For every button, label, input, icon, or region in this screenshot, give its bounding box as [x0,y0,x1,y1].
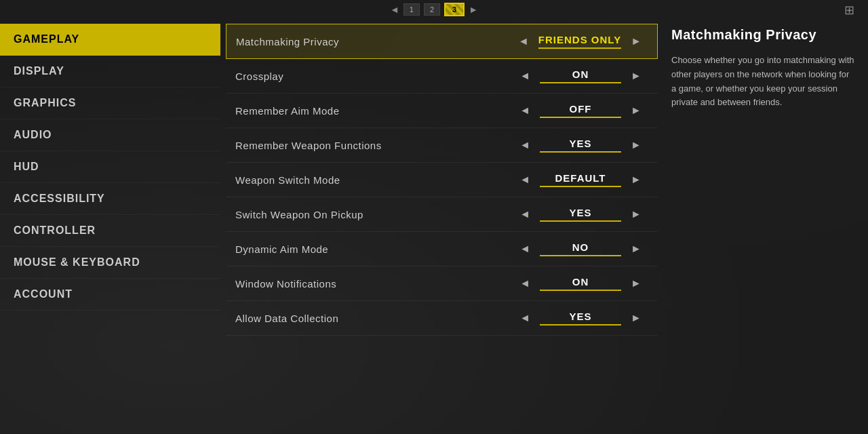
setting-row-crossplay[interactable]: Crossplay ◄ ON ► [226,59,658,94]
value-container-data-collection: YES [540,311,621,326]
layout-icon: ⊞ [844,3,854,18]
setting-row-allow-data-collection[interactable]: Allow Data Collection ◄ YES ► [226,301,658,336]
setting-label-weapon-switch-mode: Weapon Switch Mode [235,174,513,186]
setting-control-allow-data-collection: ◄ YES ► [513,309,648,327]
next-value-btn-aim-mode[interactable]: ► [625,102,647,119]
sidebar-item-hud[interactable]: HUD [0,151,220,183]
setting-row-remember-weapon-functions[interactable]: Remember Weapon Functions ◄ YES ► [226,128,658,163]
value-container-matchmaking: FRIENDS ONLY [538,34,621,49]
setting-value-weapon-functions: YES [569,138,591,149]
setting-label-window-notifications: Window Notifications [235,278,513,290]
setting-control-remember-weapon-functions: ◄ YES ► [513,136,648,154]
setting-label-matchmaking-privacy: Matchmaking Privacy [236,36,512,47]
top-navigation-bar: ◄ 1 2 3 ► ⊞ [0,0,868,19]
setting-label-crossplay: Crossplay [235,71,513,82]
value-underline-weapon-switch-mode [540,186,621,187]
setting-value-aim-mode: OFF [570,103,592,115]
value-underline-data-collection [540,324,621,326]
next-value-btn-matchmaking[interactable]: ► [625,33,647,50]
sidebar-item-accessibility[interactable]: ACCESSIBILITY [0,183,220,215]
main-container: GAMEPLAY DISPLAY GRAPHICS AUDIO HUD ACCE… [0,0,868,434]
setting-control-weapon-switch-mode: ◄ DEFAULT ► [513,171,648,189]
description-title: Matchmaking Privacy [671,27,854,43]
nav-segment-1[interactable]: 1 [403,3,420,16]
prev-value-btn-crossplay[interactable]: ◄ [514,67,536,85]
next-value-btn-weapon-pickup[interactable]: ► [625,205,647,223]
setting-value-crossplay: ON [572,68,589,80]
setting-value-data-collection: YES [569,311,591,322]
setting-row-matchmaking-privacy[interactable]: Matchmaking Privacy ◄ FRIENDS ONLY ► [226,24,658,59]
value-underline-weapon-pickup [540,220,621,222]
setting-label-switch-weapon-on-pickup: Switch Weapon On Pickup [235,209,513,220]
value-container-aim-mode: OFF [540,103,621,118]
sidebar-item-gameplay[interactable]: GAMEPLAY [0,24,220,56]
sidebar-item-display[interactable]: DISPLAY [0,56,220,87]
value-container-dynamic-aim: NO [540,241,621,256]
settings-main: Matchmaking Privacy ◄ FRIENDS ONLY ► Cro… [220,0,658,434]
setting-control-remember-aim-mode: ◄ OFF ► [513,102,648,119]
value-container-weapon-pickup: YES [540,207,621,222]
prev-value-btn-weapon-functions[interactable]: ◄ [514,136,536,154]
setting-row-remember-aim-mode[interactable]: Remember Aim Mode ◄ OFF ► [226,94,658,128]
prev-value-btn-matchmaking[interactable]: ◄ [513,33,534,50]
value-underline-crossplay [540,82,621,83]
setting-control-window-notifications: ◄ ON ► [513,275,648,292]
value-underline-aim-mode [540,117,621,118]
prev-value-btn-data-collection[interactable]: ◄ [514,309,536,327]
prev-value-btn-weapon-pickup[interactable]: ◄ [514,205,536,223]
sidebar: GAMEPLAY DISPLAY GRAPHICS AUDIO HUD ACCE… [0,0,220,434]
setting-control-crossplay: ◄ ON ► [513,67,648,85]
setting-value-matchmaking: FRIENDS ONLY [538,34,621,45]
setting-control-matchmaking-privacy: ◄ FRIENDS ONLY ► [512,33,648,50]
prev-arrow[interactable]: ◄ [390,4,399,15]
setting-control-dynamic-aim-mode: ◄ NO ► [513,240,648,258]
setting-value-dynamic-aim: NO [572,241,589,253]
prev-value-btn-aim-mode[interactable]: ◄ [514,102,536,119]
next-value-btn-data-collection[interactable]: ► [625,309,647,327]
prev-value-btn-weapon-switch-mode[interactable]: ◄ [514,171,536,189]
value-underline-matchmaking [538,47,621,49]
value-underline-window-notif [540,290,621,291]
setting-value-weapon-switch-mode: DEFAULT [555,172,606,184]
setting-value-weapon-pickup: YES [569,207,591,218]
description-text: Choose whether you go into matchmaking w… [671,54,854,110]
description-panel: Matchmaking Privacy Choose whether you g… [658,0,868,434]
sidebar-item-account[interactable]: ACCOUNT [0,279,220,311]
settings-list: Matchmaking Privacy ◄ FRIENDS ONLY ► Cro… [226,24,658,434]
nav-segment-3[interactable]: 3 [444,3,465,16]
setting-value-window-notif: ON [572,276,589,288]
value-container-window-notif: ON [540,276,621,291]
next-value-btn-weapon-functions[interactable]: ► [625,136,647,154]
value-container-weapon-functions: YES [540,138,621,153]
value-container-crossplay: ON [540,68,621,83]
setting-row-switch-weapon-on-pickup[interactable]: Switch Weapon On Pickup ◄ YES ► [226,197,658,232]
setting-label-remember-weapon-functions: Remember Weapon Functions [235,140,513,151]
value-underline-dynamic-aim [540,255,621,256]
setting-label-remember-aim-mode: Remember Aim Mode [235,105,513,117]
value-underline-weapon-functions [540,151,621,153]
setting-row-dynamic-aim-mode[interactable]: Dynamic Aim Mode ◄ NO ► [226,232,658,267]
sidebar-item-mouse-keyboard[interactable]: MOUSE & KEYBOARD [0,247,220,279]
next-value-btn-window-notif[interactable]: ► [625,275,647,292]
sidebar-item-controller[interactable]: CONTROLLER [0,215,220,247]
setting-control-switch-weapon-on-pickup: ◄ YES ► [513,205,648,223]
prev-value-btn-dynamic-aim[interactable]: ◄ [514,240,536,258]
next-value-btn-dynamic-aim[interactable]: ► [625,240,647,258]
sidebar-item-graphics[interactable]: GRAPHICS [0,87,220,119]
setting-label-allow-data-collection: Allow Data Collection [235,313,513,324]
nav-segment-2[interactable]: 2 [424,3,440,16]
prev-value-btn-window-notif[interactable]: ◄ [514,275,536,292]
sidebar-item-audio[interactable]: AUDIO [0,119,220,151]
next-arrow[interactable]: ► [469,4,478,15]
setting-label-dynamic-aim-mode: Dynamic Aim Mode [235,243,513,255]
value-container-weapon-switch-mode: DEFAULT [540,172,621,187]
next-value-btn-crossplay[interactable]: ► [625,67,647,85]
setting-row-window-notifications[interactable]: Window Notifications ◄ ON ► [226,267,658,301]
next-value-btn-weapon-switch-mode[interactable]: ► [625,171,647,189]
setting-row-weapon-switch-mode[interactable]: Weapon Switch Mode ◄ DEFAULT ► [226,163,658,197]
